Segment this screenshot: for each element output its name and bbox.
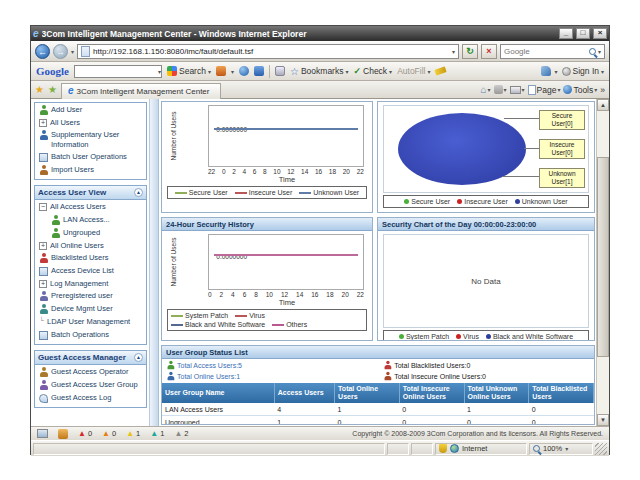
sitesearch-icon[interactable] [216,66,226,76]
total-access-users[interactable]: Total Access Users:5 [166,360,383,370]
sign-in-button[interactable]: Sign In ▾ [562,66,604,76]
critical-alarm-count[interactable]: ▲ 0 [78,429,92,438]
overflow-chevron-icon[interactable]: » [600,85,605,95]
print-button[interactable]: ▾ [510,86,525,94]
cell-value[interactable]: 4 [274,403,334,416]
security-zone-pane[interactable]: Internet [435,443,527,455]
column-header[interactable]: Total Online Users [335,383,400,403]
refresh-button[interactable]: ↻ [462,44,478,59]
page-menu-button[interactable]: Page ▾ [528,85,561,95]
column-header[interactable]: Total Unknown Online Users [464,383,529,403]
column-header[interactable]: User Group Name [162,383,274,403]
sidebar-item-access-device-list[interactable]: Access Device List [35,264,146,277]
feeds-button[interactable]: ▾ [494,85,507,94]
cell-value[interactable]: 1 [274,416,334,425]
scroll-down-icon[interactable]: ▼ [597,414,609,426]
add-favorite-icon[interactable]: ★ [48,84,57,95]
ie-search-input[interactable] [504,47,587,56]
maximize-button[interactable]: □ [576,28,590,39]
google-search-box[interactable]: ▾ [74,65,162,78]
home-button[interactable]: ⌂ ▾ [480,84,490,95]
collapse-icon[interactable]: ▲ [134,353,143,362]
tools-caret-icon[interactable]: ▾ [594,86,597,93]
google-search-input[interactable] [75,67,158,76]
expand-plus-icon[interactable]: + [39,119,47,127]
forward-button[interactable]: → [53,44,68,59]
google-search-button[interactable]: Search ▾ [167,66,211,76]
bookmarks-caret-icon[interactable]: ▾ [345,68,348,75]
page-caret-icon[interactable]: ▾ [557,86,560,93]
autofill-button[interactable]: AutoFill ▾ [397,66,430,76]
zoom-pane[interactable]: 100% ▾ [529,443,593,455]
major-alarm-count[interactable]: ▲ 0 [102,429,116,438]
tools-menu-button[interactable]: Tools ▾ [563,85,597,95]
sidebar-item-lan-access[interactable]: LAN Access... [35,213,146,226]
scroll-up-icon[interactable]: ▲ [597,99,609,111]
sidebar-item-ldap-user-management[interactable]: └ LDAP User Management [35,315,146,327]
sidebar-item-batch-user-operations[interactable]: Batch User Operations [35,150,146,163]
total-online-users[interactable]: Total Online Users:1 [166,371,383,381]
sidebar-item-batch-operations[interactable]: Batch Operations [35,328,146,341]
column-header[interactable]: Access Users [274,383,334,403]
sidebar-item-all-online-users[interactable]: + All Online Users [35,239,146,251]
log-window-icon[interactable] [37,429,48,438]
sidebar-item-preregistered-user[interactable]: Preregistered user [35,289,146,302]
content-scrollbar[interactable]: ▲ ▼ [596,99,609,426]
expand-plus-icon[interactable]: + [39,280,47,288]
highlighter-icon[interactable] [435,66,447,75]
search-icon[interactable] [589,48,596,55]
sidebar-splitter[interactable] [149,99,159,426]
sitesearch-caret-icon[interactable]: ▾ [231,68,234,75]
sidebar-item-import-users[interactable]: Import Users [35,163,146,176]
search-caret-icon[interactable]: ▾ [598,48,601,55]
sidebar-item-device-mgmt-user[interactable]: Device Mgmt User [35,302,146,315]
minor-alarm-count[interactable]: ▲ 1 [126,429,140,438]
favorites-icon[interactable]: ★ [35,84,44,95]
cell-group-name[interactable]: Ungrouped [162,416,274,425]
url-text[interactable]: http://192.168.1.150:8080/imc/fault/defa… [93,47,449,56]
sidebar-item-all-users[interactable]: + All Users [35,116,146,128]
collapse-icon[interactable]: ▲ [134,188,143,197]
zoom-caret-icon[interactable]: ▾ [565,445,568,452]
resize-grip[interactable] [595,443,607,455]
guest-access-manager-header[interactable]: Guest Access Manager ▲ [35,351,146,365]
feeds-caret-icon[interactable]: ▾ [504,86,507,93]
sidebar-item-all-access-users[interactable]: − All Access Users [35,200,146,212]
check-caret-icon[interactable]: ▾ [389,68,392,75]
column-header[interactable]: Total Blacklisted Users [529,383,594,403]
sidebar-item-guest-access-operator[interactable]: Guest Access Operator [35,365,146,378]
home-caret-icon[interactable]: ▾ [487,86,490,93]
summary-link[interactable]: Total Access Users:5 [177,362,242,369]
search-options-caret-icon[interactable]: ▾ [208,68,211,75]
sidebar-item-log-management[interactable]: + Log Management [35,277,146,289]
access-user-view-header[interactable]: Access User View ▲ [35,186,146,200]
signin-caret-icon[interactable]: ▾ [601,68,604,75]
print-caret-icon[interactable]: ▾ [522,86,525,93]
stop-button[interactable]: × [481,44,497,59]
history-caret-icon[interactable]: ▾ [71,48,74,55]
translate-icon[interactable] [239,66,249,76]
google-search-caret-icon[interactable]: ▾ [158,68,161,75]
minimize-button[interactable]: _ [559,28,573,39]
check-button[interactable]: ✓ Check ▾ [353,66,392,76]
sidebar-item-add-user[interactable]: Add User [35,103,146,116]
toolbar-settings-icon[interactable] [541,66,551,76]
url-dropdown-icon[interactable]: ▾ [452,48,455,55]
settings-caret-icon[interactable]: ▾ [555,68,558,75]
close-button[interactable]: × [593,28,607,39]
back-button[interactable]: ← [35,44,50,59]
cell-group-name[interactable]: LAN Access Users [162,403,274,416]
bookmarks-button[interactable]: ☆ Bookmarks ▾ [290,66,349,77]
sidebar-item-guest-access-user-group[interactable]: Guest Access User Group [35,378,146,391]
column-header[interactable]: Total Insecure Online Users [399,383,464,403]
tab-3com-imc[interactable]: e 3Com Intelligent Management Center [61,83,221,99]
alarm-hand-icon[interactable] [58,429,68,439]
autofill-caret-icon[interactable]: ▾ [427,68,430,75]
sidebar-item-ungrouped[interactable]: Ungrouped [35,226,146,239]
sidebar-item-guest-access-log[interactable]: Guest Access Log [35,391,146,404]
sidebar-item-supplementary-user-information[interactable]: Supplementary User Information [35,128,146,150]
scroll-thumb[interactable] [597,157,609,357]
warning-alarm-count[interactable]: ▲ 1 [150,429,164,438]
ie-search-box[interactable]: ▾ [500,44,605,59]
collapse-minus-icon[interactable]: − [39,203,47,211]
